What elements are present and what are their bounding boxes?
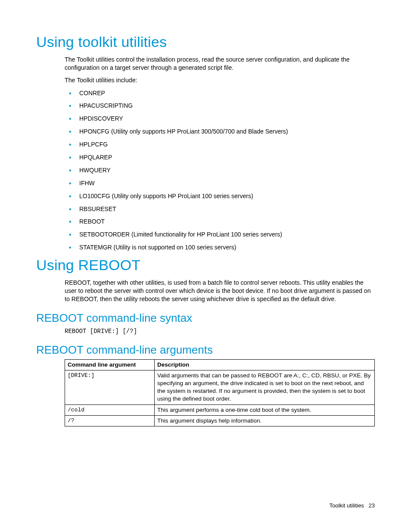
list-item: RBSURESET <box>65 205 375 213</box>
desc-cell: This argument displays help information. <box>155 415 375 426</box>
list-item: HPDISCOVERY <box>65 115 375 123</box>
list-item: HPLPCFG <box>65 140 375 149</box>
syntax-code: REBOOT [DRIVE:] [/?] <box>65 327 375 336</box>
heading-reboot-arguments: REBOOT command-line arguments <box>36 343 375 357</box>
list-item: HPQLAREP <box>65 153 375 162</box>
footer-page-number: 23 <box>369 502 375 509</box>
list-item: CONREP <box>65 89 375 97</box>
table-head-desc: Description <box>155 359 375 370</box>
desc-cell: Valid arguments that can be passed to RE… <box>155 370 375 404</box>
list-item: REBOOT <box>65 218 375 226</box>
arguments-block: Command line argument Description [DRIVE… <box>65 359 375 427</box>
page-footer: Toolkit utilities 23 <box>329 502 375 509</box>
utilities-list: CONREP HPACUSCRIPTING HPDISCOVERY HPONCF… <box>65 89 375 252</box>
reboot-intro-block: REBOOT, together with other utilities, i… <box>65 279 375 304</box>
arg-cell: [DRIVE:] <box>65 370 155 404</box>
table-head-arg: Command line argument <box>65 359 155 370</box>
desc-cell: This argument performs a one-time cold b… <box>155 404 375 415</box>
arg-cell: /cold <box>65 404 155 415</box>
list-item: HPONCFG (Utility only supports HP ProLia… <box>65 128 375 136</box>
table-row: /cold This argument performs a one-time … <box>65 404 375 415</box>
list-item: HWQUERY <box>65 166 375 174</box>
intro-para-1: The Toolkit utilities control the instal… <box>65 56 375 72</box>
footer-section-label: Toolkit utilities <box>329 502 364 509</box>
list-item: STATEMGR (Utility is not supported on 10… <box>65 243 375 252</box>
list-item: HPACUSCRIPTING <box>65 102 375 110</box>
list-item: IFHW <box>65 179 375 187</box>
arguments-table: Command line argument Description [DRIVE… <box>65 359 375 427</box>
intro-para-2: The Toolkit utilities include: <box>65 76 375 84</box>
heading-using-toolkit-utilities: Using toolkit utilities <box>36 34 375 50</box>
table-row: [DRIVE:] Valid arguments that can be pas… <box>65 370 375 404</box>
heading-reboot-syntax: REBOOT command-line syntax <box>36 311 375 325</box>
list-item: SETBOOTORDER (Limited functionality for … <box>65 230 375 239</box>
syntax-block: REBOOT [DRIVE:] [/?] <box>65 327 375 336</box>
intro-block: The Toolkit utilities control the instal… <box>65 56 375 252</box>
table-row: /? This argument displays help informati… <box>65 415 375 426</box>
arg-cell: /? <box>65 415 155 426</box>
list-item: LO100CFG (Utility only supports HP ProLi… <box>65 192 375 200</box>
reboot-intro-para: REBOOT, together with other utilities, i… <box>65 279 375 304</box>
heading-using-reboot: Using REBOOT <box>36 257 375 274</box>
page: Using toolkit utilities The Toolkit util… <box>0 0 411 532</box>
